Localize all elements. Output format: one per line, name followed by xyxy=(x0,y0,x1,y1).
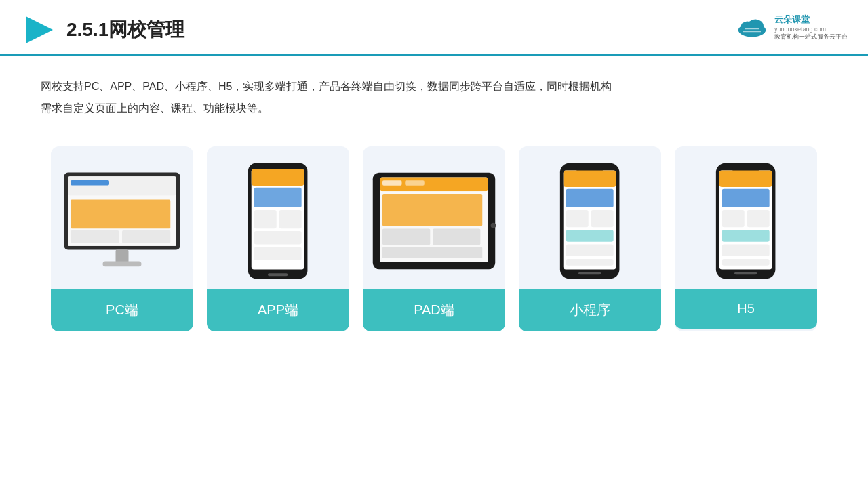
brand-logo: 云朵课堂 yunduoketang.com 教育机构一站式服务云平台 xyxy=(735,14,848,41)
svg-rect-57 xyxy=(722,245,770,257)
svg-rect-47 xyxy=(566,259,614,266)
svg-rect-16 xyxy=(103,262,142,267)
logo-icon xyxy=(20,12,56,47)
svg-rect-20 xyxy=(252,169,304,186)
svg-rect-56 xyxy=(722,230,770,242)
svg-rect-9 xyxy=(68,176,176,196)
pad-image-area xyxy=(363,146,505,289)
main-content: 网校支持PC、APP、PAD、小程序、H5，实现多端打通，产品各终端自由切换，数… xyxy=(0,56,868,345)
svg-rect-59 xyxy=(734,272,757,274)
mini-image-area xyxy=(519,146,661,289)
svg-rect-21 xyxy=(254,188,302,207)
h5-label: H5 xyxy=(675,289,817,329)
pc-label: PC端 xyxy=(51,289,193,331)
svg-point-4 xyxy=(738,24,766,35)
brand-text-block: 云朵课堂 yunduoketang.com 教育机构一站式服务云平台 xyxy=(774,14,848,41)
svg-rect-41 xyxy=(564,171,616,187)
svg-rect-26 xyxy=(268,273,288,276)
svg-point-37 xyxy=(491,223,496,228)
h5-phone-svg xyxy=(713,160,778,282)
pc-monitor-svg xyxy=(58,166,186,276)
svg-rect-12 xyxy=(71,200,170,229)
svg-rect-46 xyxy=(566,245,614,257)
mini-card: 小程序 xyxy=(519,146,661,331)
h5-card: H5 xyxy=(675,146,817,331)
page-title: 2.5.1网校管理 xyxy=(66,17,184,43)
brand-logo-cloud xyxy=(735,15,769,39)
page-header: 2.5.1网校管理 云朵课堂 yunduoketang.com 教育机构一站式服… xyxy=(0,0,868,56)
pad-tablet-svg xyxy=(370,169,498,272)
svg-rect-35 xyxy=(433,228,480,245)
brand-name: 云朵课堂 xyxy=(774,14,848,26)
svg-rect-42 xyxy=(566,189,614,207)
mini-phone-svg xyxy=(557,160,623,282)
mini-label: 小程序 xyxy=(519,289,661,331)
app-card: APP端 xyxy=(207,146,349,331)
pad-card: PAD端 xyxy=(363,146,505,331)
svg-rect-13 xyxy=(71,230,119,243)
svg-rect-52 xyxy=(719,171,772,187)
svg-rect-44 xyxy=(591,210,614,227)
svg-rect-45 xyxy=(566,230,614,242)
device-cards-container: PC端 xyxy=(41,146,827,331)
svg-rect-15 xyxy=(116,250,129,263)
brand-url: yunduoketang.com xyxy=(774,26,848,33)
svg-rect-33 xyxy=(382,194,482,226)
svg-rect-31 xyxy=(405,180,425,186)
svg-rect-54 xyxy=(722,210,745,227)
pc-card: PC端 xyxy=(51,146,193,331)
svg-rect-43 xyxy=(566,210,589,227)
app-label: APP端 xyxy=(207,289,349,331)
pad-label: PAD端 xyxy=(363,289,505,331)
svg-rect-24 xyxy=(254,231,302,244)
svg-rect-53 xyxy=(722,189,770,207)
svg-rect-22 xyxy=(254,210,277,228)
svg-rect-23 xyxy=(279,210,302,228)
brand-tagline: 教育机构一站式服务云平台 xyxy=(774,33,848,41)
h5-image-area xyxy=(675,146,817,289)
app-phone-svg xyxy=(245,160,311,282)
description-text: 网校支持PC、APP、PAD、小程序、H5，实现多端打通，产品各终端自由切换，数… xyxy=(41,76,827,119)
app-image-area xyxy=(207,146,349,289)
svg-rect-55 xyxy=(747,210,770,227)
svg-rect-34 xyxy=(382,228,430,245)
svg-marker-0 xyxy=(26,16,53,43)
pc-image-area xyxy=(51,146,193,289)
svg-rect-36 xyxy=(382,247,482,258)
svg-rect-58 xyxy=(722,259,770,266)
svg-rect-25 xyxy=(254,247,302,260)
svg-rect-48 xyxy=(578,272,601,274)
svg-rect-30 xyxy=(382,180,402,186)
svg-rect-14 xyxy=(122,230,170,243)
svg-rect-10 xyxy=(71,180,109,186)
